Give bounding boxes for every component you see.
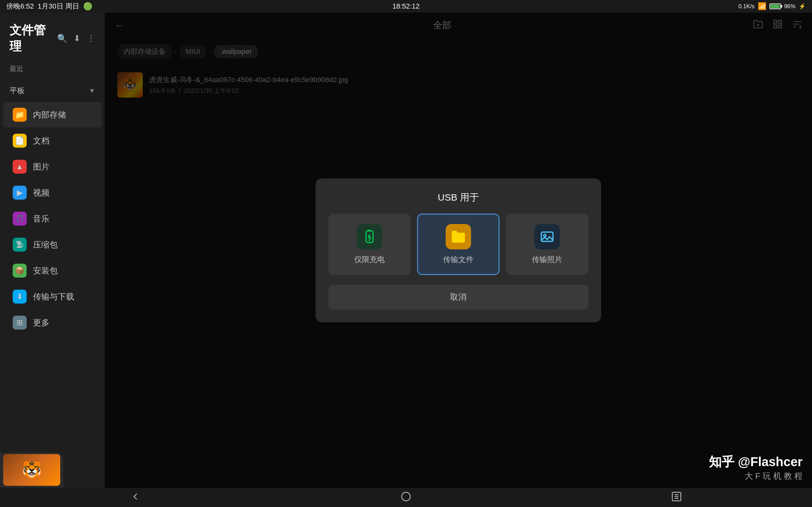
charge-label: 仅限充电 [354, 255, 385, 265]
sidebar-item-zip[interactable]: 🗜 压缩包 [3, 232, 101, 257]
video-icon: ▶ [13, 186, 27, 200]
corner-avatar-img: 🐯 [3, 454, 60, 486]
music-icon: 🎵 [13, 212, 27, 226]
status-time-left: 傍晚6:52 [6, 2, 34, 11]
device-label: 平板 [9, 86, 25, 96]
dialog-title: USB 用于 [328, 191, 589, 204]
sidebar: 文件管理 🔍 ⬇ ⋮ 最近 平板 ▼ 📁 内部存储 📄 文档 ▲ 图片 ▶ 视 [0, 13, 105, 488]
home-nav-button[interactable] [391, 488, 421, 507]
recents-nav-button[interactable] [661, 488, 692, 507]
transfer-files-label: 传输文件 [443, 255, 473, 265]
recent-section: 最近 [0, 61, 105, 80]
cancel-button[interactable]: 取消 [328, 285, 589, 309]
sidebar-item-video[interactable]: ▶ 视频 [3, 180, 101, 205]
sidebar-item-label-internal: 内部存储 [33, 109, 66, 120]
sidebar-icons: 🔍 ⬇ ⋮ [57, 34, 95, 43]
usb-option-charge[interactable]: 仅限充电 [328, 214, 411, 275]
apk-icon: 📦 [13, 264, 27, 278]
usb-option-transfer-photos[interactable]: 传输照片 [506, 214, 589, 275]
sidebar-item-transfer[interactable]: ⬇ 传输与下载 [3, 284, 101, 309]
more-icon-nav: ⊞ [13, 316, 27, 330]
back-nav-button[interactable] [120, 488, 151, 507]
watermark-sub: 大 F 玩 机 教 程 [709, 470, 803, 482]
svg-rect-10 [368, 230, 371, 231]
status-speed: 0.1K/s [739, 3, 755, 10]
zip-icon: 🗜 [13, 238, 27, 251]
usb-option-transfer-files[interactable]: 传输文件 [417, 214, 500, 275]
bottom-nav [0, 488, 812, 507]
svg-point-12 [544, 234, 546, 237]
sidebar-header: 文件管理 🔍 ⬇ ⋮ [0, 13, 105, 61]
corner-avatar: 🐯 [0, 452, 63, 487]
charge-icon [357, 224, 382, 249]
search-icon[interactable]: 🔍 [57, 34, 67, 43]
more-icon[interactable]: ⋮ [87, 34, 95, 43]
status-date: 1月30日 周日 [38, 2, 79, 11]
transfer-icon: ⬇ [13, 290, 27, 303]
sidebar-item-label-video: 视频 [33, 187, 49, 199]
charging-icon: ⚡ [799, 3, 806, 10]
docs-icon: 📄 [13, 134, 27, 148]
dialog-overlay: USB 用于 仅限充电 [105, 13, 812, 488]
status-app-icon: 🟢 [83, 2, 93, 11]
chevron-down-icon: ▼ [89, 87, 95, 95]
sidebar-title: 文件管理 [9, 22, 57, 55]
sidebar-item-label-apk: 安装包 [33, 265, 58, 276]
internal-storage-icon: 📁 [13, 108, 27, 122]
svg-point-13 [402, 492, 410, 501]
battery-icon [769, 3, 781, 9]
recent-label: 最近 [9, 64, 95, 73]
sidebar-item-docs[interactable]: 📄 文档 [3, 128, 101, 153]
sidebar-item-label-more: 更多 [33, 317, 49, 328]
photo-icon [535, 224, 560, 249]
status-left: 傍晚6:52 1月30日 周日 🟢 [6, 2, 93, 11]
battery-percent: 96% [784, 3, 796, 10]
sidebar-item-internal[interactable]: 📁 内部存储 [3, 102, 101, 127]
sidebar-nav: 📁 内部存储 📄 文档 ▲ 图片 ▶ 视频 🎵 音乐 🗜 压缩包 📦 安装包 ⬇ [0, 101, 105, 488]
sidebar-item-label-transfer: 传输与下载 [33, 291, 74, 302]
download-icon[interactable]: ⬇ [73, 34, 81, 43]
sidebar-item-more[interactable]: ⊞ 更多 [3, 310, 101, 335]
sidebar-item-label-images: 图片 [33, 161, 49, 172]
sidebar-item-label-music: 音乐 [33, 213, 49, 224]
sidebar-item-apk[interactable]: 📦 安装包 [3, 258, 101, 283]
device-selector[interactable]: 平板 ▼ [9, 83, 95, 98]
sidebar-item-label-docs: 文档 [33, 135, 49, 147]
sidebar-item-music[interactable]: 🎵 音乐 [3, 206, 101, 231]
sidebar-item-images[interactable]: ▲ 图片 [3, 154, 101, 179]
images-icon: ▲ [13, 160, 27, 174]
usb-dialog: USB 用于 仅限充电 [316, 178, 601, 322]
sidebar-item-label-zip: 压缩包 [33, 239, 58, 250]
status-time-center: 18:52:12 [392, 2, 420, 10]
watermark-main: 知乎 @Flashcer [709, 453, 803, 470]
wifi-icon: 📶 [758, 2, 766, 10]
status-bar: 傍晚6:52 1月30日 周日 🟢 18:52:12 0.1K/s 📶 96% … [0, 0, 812, 13]
status-right: 0.1K/s 📶 96% ⚡ [739, 2, 806, 10]
main-content: ← 全部 [105, 13, 812, 488]
battery-fill [770, 4, 780, 8]
dialog-options: 仅限充电 传输文件 [328, 214, 589, 275]
transfer-photos-label: 传输照片 [532, 255, 562, 265]
watermark: 知乎 @Flashcer 大 F 玩 机 教 程 [709, 453, 803, 482]
device-section: 平板 ▼ [0, 80, 105, 101]
folder-icon [446, 224, 471, 249]
